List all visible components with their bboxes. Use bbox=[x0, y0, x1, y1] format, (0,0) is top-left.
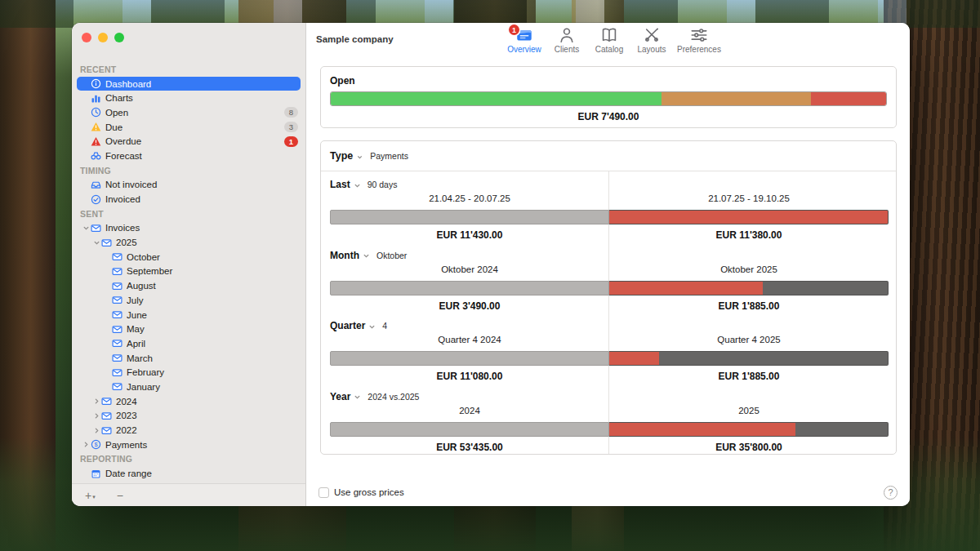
help-button[interactable]: ? bbox=[884, 486, 898, 500]
sidebar-item-june[interactable]: June bbox=[77, 308, 301, 322]
row-period-dropdown[interactable]: Year2024 vs.2025 bbox=[330, 391, 419, 402]
warning-icon bbox=[91, 136, 101, 147]
sidebar-item-label: Not invoiced bbox=[105, 180, 301, 189]
type-panel-header: Type Payments bbox=[321, 141, 896, 171]
sidebar-item-2023[interactable]: 2023 bbox=[77, 409, 301, 424]
zoom-button[interactable] bbox=[114, 33, 124, 42]
row-period-dropdown[interactable]: Quarter4 bbox=[330, 320, 387, 331]
chevron-right-icon[interactable] bbox=[92, 412, 101, 420]
sidebar-item-label: October bbox=[127, 252, 301, 262]
chevron-down-icon bbox=[368, 323, 376, 331]
toolbar: 1OverviewClientsCatalogLayoutsPreference… bbox=[507, 26, 721, 54]
sidebar-item-2024[interactable]: 2024 bbox=[77, 394, 301, 409]
previous-period-bar bbox=[330, 281, 609, 295]
sidebar-item-charts[interactable]: Charts bbox=[77, 91, 301, 105]
type-panel: Type Payments Last90 days21.04.25 - 20.0… bbox=[320, 140, 897, 455]
sidebar-item-open[interactable]: Open8 bbox=[77, 105, 301, 120]
clock-icon bbox=[91, 107, 101, 118]
chevron-down-icon[interactable] bbox=[92, 239, 101, 247]
envelope-icon bbox=[101, 411, 112, 421]
sidebar-item-july[interactable]: July bbox=[77, 293, 301, 308]
app-window: RECENTDashboardChartsOpen8Due3Overdue1Fo… bbox=[72, 23, 910, 506]
current-period-value: EUR 1'885.00 bbox=[609, 300, 889, 312]
envelope-icon bbox=[91, 223, 101, 233]
sidebar-item-label: Invoiced bbox=[105, 194, 301, 204]
sidebar-item-label: January bbox=[127, 382, 301, 392]
chevron-down-icon[interactable] bbox=[356, 153, 363, 161]
sidebar-item-dashboard[interactable]: Dashboard bbox=[77, 77, 301, 91]
sidebar-item-forecast[interactable]: Forecast bbox=[77, 149, 301, 163]
sidebar-item-label: Overdue bbox=[105, 136, 284, 146]
open-panel-title: Open bbox=[330, 75, 355, 87]
sidebar-item-label: August bbox=[127, 281, 301, 291]
binoculars-icon bbox=[91, 150, 101, 161]
toolbar-item-preferences[interactable]: Preferences bbox=[677, 26, 721, 54]
sidebar-item-january[interactable]: January bbox=[77, 380, 301, 394]
sidebar-item-february[interactable]: February bbox=[77, 365, 301, 380]
current-period-bar bbox=[609, 210, 889, 224]
chevron-down-icon[interactable] bbox=[82, 224, 91, 232]
toolbar-item-label: Catalog bbox=[595, 45, 623, 54]
sidebar-item-invoices[interactable]: Invoices bbox=[77, 221, 301, 236]
current-period-caption: 21.07.25 - 19.10.25 bbox=[609, 193, 889, 203]
envelope-icon bbox=[101, 238, 112, 248]
sidebar-item-2022[interactable]: 2022 bbox=[77, 423, 301, 438]
sidebar-item-march[interactable]: March bbox=[77, 351, 301, 366]
use-gross-prices-label: Use gross prices bbox=[334, 487, 884, 497]
envelope-icon bbox=[112, 353, 122, 363]
open-bar-segment-due bbox=[662, 92, 812, 105]
toolbar-item-overview[interactable]: 1Overview bbox=[507, 26, 541, 54]
sidebar-item-not-invoiced[interactable]: Not invoiced bbox=[77, 178, 301, 193]
sidebar-item-august[interactable]: August bbox=[77, 278, 301, 293]
current-period-bar-fill bbox=[609, 352, 659, 365]
toolbar-item-label: Overview bbox=[507, 45, 541, 54]
row-param: 90 days bbox=[368, 180, 398, 189]
envelope-icon bbox=[112, 367, 122, 378]
current-period-caption: Quarter 4 2025 bbox=[609, 335, 889, 344]
type-dropdown-label[interactable]: Type bbox=[330, 150, 353, 162]
sidebar-item-october[interactable]: October bbox=[77, 250, 301, 264]
remove-button[interactable]: − bbox=[117, 490, 123, 501]
sidebar-item-label: 2025 bbox=[116, 238, 301, 247]
use-gross-prices-checkbox[interactable] bbox=[318, 487, 329, 498]
row-period-dropdown[interactable]: Last90 days bbox=[330, 179, 397, 190]
chevron-right-icon[interactable] bbox=[92, 427, 101, 434]
chevron-right-icon[interactable] bbox=[92, 398, 101, 405]
open-bar-segment-overdue bbox=[811, 92, 886, 105]
toolbar-item-catalog[interactable]: Catalog bbox=[592, 26, 626, 54]
envelope-icon bbox=[112, 266, 122, 277]
sidebar-item-april[interactable]: April bbox=[77, 336, 301, 351]
sidebar-item-due[interactable]: Due3 bbox=[77, 120, 301, 135]
row-param: Oktober bbox=[376, 251, 407, 260]
envelope-icon bbox=[112, 281, 122, 291]
sidebar-item-invoiced[interactable]: Invoiced bbox=[77, 192, 301, 207]
sidebar-item-2025[interactable]: 2025 bbox=[77, 235, 301, 250]
sidebar-item-payments[interactable]: $Payments bbox=[77, 438, 301, 452]
add-button[interactable]: +▾ bbox=[85, 490, 96, 501]
comparison-row-quarter: Quarter4Quarter 4 2024Quarter 4 2025EUR … bbox=[321, 313, 896, 384]
sidebar-item-label: Date range bbox=[105, 469, 301, 478]
sidebar-item-label: March bbox=[127, 353, 301, 363]
row-label: Quarter bbox=[330, 320, 365, 331]
count-badge: 3 bbox=[284, 122, 298, 132]
chevron-right-icon[interactable] bbox=[82, 441, 91, 448]
toolbar-item-layouts[interactable]: Layouts bbox=[635, 26, 669, 54]
sidebar-item-overdue[interactable]: Overdue1 bbox=[77, 134, 301, 149]
sidebar-item-label: Open bbox=[105, 108, 284, 118]
close-button[interactable] bbox=[82, 33, 91, 42]
sidebar-item-label: 2024 bbox=[116, 397, 301, 407]
bar-chart-icon bbox=[91, 93, 101, 104]
current-period-caption: Oktober 2025 bbox=[609, 264, 889, 274]
check-circle-icon bbox=[91, 194, 101, 205]
sidebar-item-may[interactable]: May bbox=[77, 322, 301, 336]
comparison-row-year: Year2024 vs.202520242025EUR 53'435.00EUR… bbox=[321, 384, 896, 455]
previous-period-bar bbox=[330, 210, 609, 224]
toolbar-item-clients[interactable]: Clients bbox=[550, 26, 584, 54]
previous-period-caption: 2024 bbox=[330, 406, 609, 415]
row-label: Year bbox=[330, 391, 350, 402]
sidebar-section-reporting: REPORTING bbox=[72, 452, 305, 467]
minimize-button[interactable] bbox=[98, 33, 108, 42]
sidebar-item-september[interactable]: September bbox=[77, 264, 301, 279]
sidebar-item-date-range[interactable]: Date range bbox=[77, 466, 301, 481]
row-period-dropdown[interactable]: MonthOktober bbox=[330, 250, 407, 261]
